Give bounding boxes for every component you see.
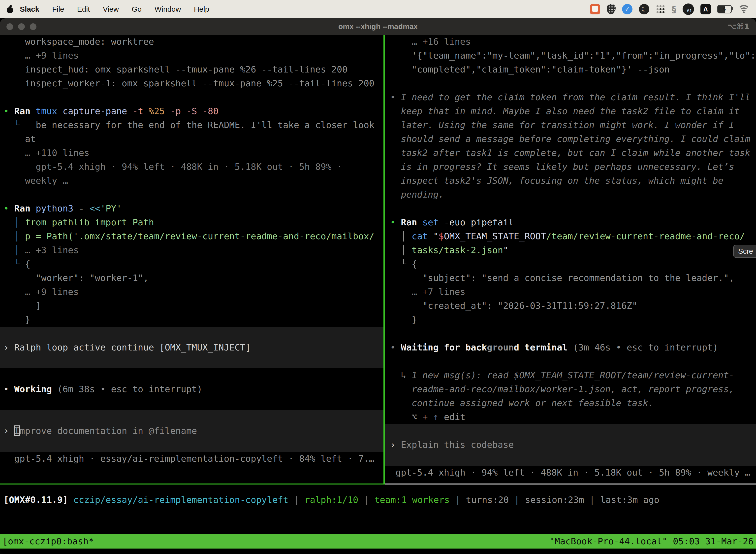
close-button[interactable] [6, 23, 13, 30]
shield-icon[interactable] [607, 4, 616, 14]
menu-items: Slack File Edit View Go Window Help [20, 5, 209, 13]
battery-badge-icon[interactable]: ..61 [683, 3, 694, 15]
terminal-line [385, 354, 756, 368]
terminal-line: "worker": "worker-1", [0, 271, 383, 285]
terminal-line: inspect_worker-1: omx sparkshell --tmux-… [0, 76, 383, 90]
menu-item-file[interactable]: File [52, 5, 64, 13]
tmux-host-clock: "MacBook-Pro-44.local" 05:03 31-Mar-26 [549, 534, 754, 549]
window-title: omx --xhigh --madmax [0, 22, 756, 31]
omx-status-line: [OMX#0.11.9] cczip/essay/ai-reimplementa… [0, 493, 756, 507]
terminal-line [0, 368, 383, 382]
terminal-line [0, 396, 383, 410]
terminal-line: • Ran python3 - <<'PY' [0, 202, 383, 215]
terminal-line: at [0, 132, 383, 146]
dot-grid-icon[interactable] [656, 4, 665, 14]
terminal-line: • Ran set -euo pipefail [385, 215, 756, 229]
menu-item-slack[interactable]: Slack [20, 5, 39, 13]
input-source-icon[interactable]: A [700, 4, 711, 14]
terminal-line: … +16 lines [385, 35, 756, 49]
terminal-line: • Ran tmux capture-pane -t %25 -p -S -80 [0, 104, 383, 118]
terminal-line: inspect_hud: omx sparkshell --tmux-pane … [0, 63, 383, 76]
prompt-band[interactable]: › Ralph loop active continue [OMX_TMUX_I… [0, 327, 383, 368]
terminal-pane-left[interactable]: workspace_mode: worktree … +9 lines insp… [0, 35, 383, 484]
minimize-button[interactable] [18, 23, 25, 30]
prompt-line[interactable] [0, 410, 383, 424]
section-icon[interactable] [672, 4, 676, 14]
terminal-line: … +9 lines [0, 285, 383, 299]
terminal-line: │ from pathlib import Path [0, 215, 383, 229]
prompt-line[interactable] [0, 438, 383, 452]
prompt-line[interactable] [385, 452, 756, 466]
terminal-line: └ { [0, 257, 383, 271]
terminal-line: … +110 lines [0, 146, 383, 160]
moon-icon[interactable] [639, 4, 649, 14]
prompt-line[interactable]: › Explain this codebase [385, 438, 756, 452]
terminal-line: readme-and-reco/mailbox/worker-1.json, a… [385, 382, 756, 396]
prompt-line[interactable] [0, 327, 383, 340]
terminal-line: "created_at": "2026-03-31T11:59:27.816Z" [385, 299, 756, 313]
traffic-lights [6, 23, 37, 30]
tmux-status-bar: [omx-cczip0:bash* "MacBook-Pro-44.local"… [0, 534, 756, 549]
battery-icon[interactable] [717, 5, 732, 13]
terminal-line: │ p = Path('.omx/state/team/review-curre… [0, 229, 383, 243]
terminal-line: } [0, 313, 383, 327]
terminal-line: ⌥ + ↑ edit [385, 410, 756, 424]
menu-item-window[interactable]: Window [154, 5, 181, 13]
terminal-line: later. Using the same for transition mig… [385, 118, 756, 132]
terminal-line: gpt-5.4 xhigh · essay/ai-reimplementatio… [0, 452, 383, 466]
menu-item-go[interactable]: Go [132, 5, 142, 13]
screen-tooltip: Scre [733, 245, 756, 258]
terminal-line: └ { [385, 257, 756, 271]
terminal-window: omx --xhigh --madmax ⌥⌘1 workspace_mode:… [0, 18, 756, 554]
menu-item-view[interactable]: View [103, 5, 119, 13]
terminal-line [385, 327, 756, 340]
terminal-line: │ tasks/task-2.json" [385, 243, 756, 257]
menu-status-icons: ..61 A [590, 3, 750, 15]
terminal-line: keep that in mind. Maybe I also need the… [385, 104, 756, 118]
terminal-line: inspect task2's JSON, focusing on the st… [385, 174, 756, 188]
prompt-line[interactable] [385, 424, 756, 438]
terminal-line [385, 202, 756, 215]
terminal-line [0, 90, 383, 104]
terminal-line: "completed","claim_token":"claim-token"}… [385, 63, 756, 76]
pane-separator-left [0, 484, 385, 485]
terminal-line: workspace_mode: worktree [0, 35, 383, 49]
terminal-line: pending. [385, 188, 756, 202]
terminal-line: weekly … [0, 174, 383, 188]
prompt-line[interactable]: › Ralph loop active continue [OMX_TMUX_I… [0, 340, 383, 354]
terminal-line: should send a message before completing … [385, 132, 756, 146]
prompt-line[interactable]: › Improve documentation in @filename [0, 424, 383, 438]
terminal-line: is in progress? It seems likely but perh… [385, 160, 756, 174]
zoom-button[interactable] [30, 23, 37, 30]
terminal-line: } [385, 313, 756, 327]
pane-separator-right [385, 484, 756, 485]
terminal-line: "subject": "send a concise recommendatio… [385, 271, 756, 285]
terminal-pane-right[interactable]: … +16 lines '{"team_name":"my-team","tas… [385, 35, 756, 484]
menu-item-help[interactable]: Help [194, 5, 209, 13]
menu-item-edit[interactable]: Edit [77, 5, 90, 13]
terminal-line: │ cat "$OMX_TEAM_STATE_ROOT/team/review-… [385, 229, 756, 243]
terminal-content: workspace_mode: worktree … +9 lines insp… [0, 35, 756, 554]
terminal-line: └ be necessary for the end of the README… [0, 118, 383, 132]
terminal-line: • Waiting for background terminal (3m 46… [385, 340, 756, 354]
screen: Slack File Edit View Go Window Help ..61… [0, 0, 756, 554]
prompt-band[interactable]: › Improve documentation in @filename [0, 410, 383, 452]
apple-menu-icon[interactable] [6, 5, 13, 13]
terminal-line: continue assigned work or next feasible … [385, 396, 756, 410]
title-bar[interactable]: omx --xhigh --madmax ⌥⌘1 [0, 18, 756, 35]
wifi-icon[interactable] [738, 5, 750, 13]
menu-bar: Slack File Edit View Go Window Help ..61… [0, 0, 756, 18]
chat-icon[interactable] [590, 4, 600, 14]
terminal-line: ↳ 1 new msg(s): read $OMX_TEAM_STATE_ROO… [385, 368, 756, 382]
terminal-line: gpt-5.4 xhigh · 94% left · 488K in · 5.1… [0, 160, 383, 174]
terminal-line: … +7 lines [385, 285, 756, 299]
terminal-line: • Working (6m 38s • esc to interrupt) [0, 382, 383, 396]
terminal-line [385, 76, 756, 90]
check-badge-icon[interactable] [622, 4, 632, 14]
prompt-line[interactable] [0, 354, 383, 368]
terminal-line: │ … +3 lines [0, 243, 383, 257]
terminal-line: … +9 lines [0, 49, 383, 63]
prompt-band[interactable]: › Explain this codebase [385, 424, 756, 466]
terminal-line: '{"team_name":"my-team","task_id":"1","f… [385, 49, 756, 63]
terminal-line [0, 188, 383, 202]
